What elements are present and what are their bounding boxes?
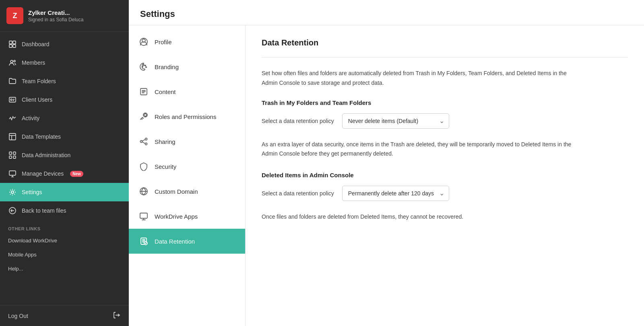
svg-rect-3 <box>13 45 16 47</box>
key-icon <box>138 111 149 122</box>
other-links-label: OTHER LINKS <box>0 220 129 234</box>
logout-icon <box>113 311 121 320</box>
main-area: Settings Profile Branding <box>129 0 644 326</box>
sidebar-item-data-administration[interactable]: Data Administration <box>0 146 129 164</box>
settings-menu-sharing[interactable]: Sharing <box>129 129 245 154</box>
settings-menu-branding[interactable]: Branding <box>129 54 245 79</box>
sidebar-header: Z Zylker Creati... Signed in as Sofia De… <box>0 0 129 32</box>
app-subtitle: Signed in as Sofia Deluca <box>28 17 83 23</box>
svg-line-36 <box>142 142 145 144</box>
sidebar-item-data-templates[interactable]: Data Templates <box>0 127 129 146</box>
svg-line-35 <box>142 139 145 141</box>
grid-icon <box>8 40 17 49</box>
sidebar-link-download[interactable]: Download WorkDrive <box>0 234 129 248</box>
detail-title: Data Retention <box>262 38 628 47</box>
svg-rect-15 <box>9 171 16 175</box>
profile-settings-icon <box>138 37 149 47</box>
globe-icon <box>138 186 149 197</box>
logout-footer[interactable]: Log Out <box>0 305 129 326</box>
trash-section-title: Trash in My Folders and Team Folders <box>262 99 628 106</box>
trash-section: Trash in My Folders and Team Folders Sel… <box>262 99 628 129</box>
app-logo: Z <box>6 7 23 24</box>
deleted-policy-row: Select a data retention policy Never del… <box>262 186 628 201</box>
svg-rect-13 <box>9 156 12 158</box>
detail-divider <box>262 57 628 57</box>
sidebar-item-settings[interactable]: Settings <box>0 183 129 201</box>
svg-point-34 <box>145 143 147 145</box>
settings-menu-security[interactable]: Security <box>129 154 245 179</box>
trash-policy-row: Select a data retention policy Never del… <box>262 113 628 129</box>
sidebar-label-settings: Settings <box>22 189 42 195</box>
monitor-icon <box>8 169 17 178</box>
sidebar-item-dashboard[interactable]: Dashboard <box>0 35 129 53</box>
settings-menu-label-branding: Branding <box>155 64 179 70</box>
settings-menu-workdrive-apps[interactable]: WorkDrive Apps <box>129 204 245 229</box>
deleted-policy-label: Select a data retention policy <box>262 190 334 197</box>
new-badge: New <box>70 171 83 177</box>
trash-policy-select[interactable]: Never delete items (Default) Permanently… <box>342 113 449 129</box>
svg-point-5 <box>14 60 15 62</box>
svg-rect-38 <box>140 213 147 218</box>
svg-point-18 <box>11 191 14 193</box>
activity-icon <box>8 114 17 123</box>
sidebar-link-mobile[interactable]: Mobile Apps <box>0 248 129 262</box>
sidebar-link-help[interactable]: Help... <box>0 262 129 276</box>
sidebar-item-team-folders[interactable]: Team Folders <box>0 72 129 90</box>
deleted-policy-select[interactable]: Never delete items (Default) Permanently… <box>342 186 449 201</box>
app-title: Zylker Creati... <box>28 9 83 16</box>
settings-menu-label-content: Content <box>155 88 176 95</box>
svg-point-26 <box>145 65 146 66</box>
detail-description: Set how often files and folders are auto… <box>262 69 584 88</box>
back-icon <box>8 206 17 215</box>
users-icon <box>8 58 17 67</box>
settings-menu-profile[interactable]: Profile <box>129 29 245 54</box>
settings-menu-label-profile: Profile <box>155 39 172 45</box>
trash-select-wrapper: Never delete items (Default) Permanently… <box>342 113 449 129</box>
svg-rect-12 <box>13 152 16 154</box>
sidebar-item-activity[interactable]: Activity <box>0 109 129 127</box>
svg-point-24 <box>142 66 143 67</box>
final-note: Once files and folders are deleted from … <box>262 212 576 222</box>
page-header: Settings <box>129 0 644 25</box>
data-admin-icon <box>8 151 17 160</box>
sidebar-item-members[interactable]: Members <box>0 53 129 72</box>
settings-menu-label-sharing: Sharing <box>155 138 175 145</box>
svg-point-33 <box>140 141 142 143</box>
settings-menu-label-roles: Roles and Permissions <box>155 113 216 120</box>
sidebar-label-data-templates: Data Templates <box>22 133 61 140</box>
settings-menu-label-security: Security <box>155 163 176 170</box>
svg-point-7 <box>10 99 12 100</box>
sidebar-item-client-users[interactable]: Client Users <box>0 90 129 109</box>
deleted-select-wrapper: Never delete items (Default) Permanently… <box>342 186 449 201</box>
palette-icon <box>138 62 149 72</box>
settings-gear-icon <box>8 188 17 197</box>
settings-menu-data-retention[interactable]: Data Retention <box>129 229 245 254</box>
deleted-section: Deleted Items in Admin Console Select a … <box>262 172 628 201</box>
detail-panel: Data Retention Set how often files and f… <box>246 25 644 326</box>
settings-menu-custom-domain[interactable]: Custom Domain <box>129 179 245 204</box>
folder-shared-icon <box>8 77 17 86</box>
deleted-section-title: Deleted Items in Admin Console <box>262 172 628 178</box>
sidebar-nav: Dashboard Members Team Folders <box>0 32 129 305</box>
logout-label: Log Out <box>8 313 28 319</box>
sidebar-item-manage-devices[interactable]: Manage Devices New <box>0 164 129 183</box>
app-info: Zylker Creati... Signed in as Sofia Delu… <box>28 9 83 23</box>
svg-rect-8 <box>9 133 16 140</box>
settings-menu-label-workdrive-apps: WorkDrive Apps <box>155 213 198 220</box>
data-retention-icon <box>138 236 149 246</box>
settings-menu: Profile Branding Content R <box>129 25 246 326</box>
sidebar: Z Zylker Creati... Signed in as Sofia De… <box>0 0 129 326</box>
trash-policy-label: Select a data retention policy <box>262 118 334 124</box>
svg-point-32 <box>145 138 147 140</box>
settings-menu-roles[interactable]: Roles and Permissions <box>129 104 245 129</box>
settings-menu-label-data-retention: Data Retention <box>155 238 195 245</box>
template-icon <box>8 132 17 141</box>
page-title: Settings <box>140 9 633 19</box>
sidebar-label-client-users: Client Users <box>22 96 52 103</box>
settings-menu-content[interactable]: Content <box>129 79 245 104</box>
svg-point-27 <box>146 67 147 68</box>
svg-point-4 <box>10 60 13 63</box>
sidebar-label-back-to-team: Back to team files <box>22 207 66 214</box>
sidebar-item-back-to-team[interactable]: Back to team files <box>0 201 129 220</box>
svg-rect-11 <box>9 152 12 154</box>
